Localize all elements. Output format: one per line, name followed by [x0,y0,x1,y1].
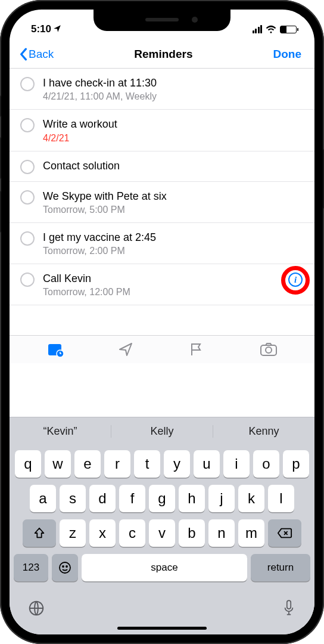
key-y[interactable]: y [164,450,190,478]
key-h[interactable]: h [179,485,205,512]
reminders-list: I have check-in at 11:304/21/21, 11:00 A… [10,69,314,305]
key-d[interactable]: d [89,485,116,512]
cellular-signal-icon [253,25,263,33]
backspace-key[interactable] [268,519,301,547]
location-icon[interactable] [118,342,136,357]
number-key[interactable]: 123 [14,554,48,581]
key-q[interactable]: q [15,450,41,478]
flag-icon[interactable] [189,342,207,357]
key-i[interactable]: i [223,450,250,478]
space-key[interactable]: space [82,554,247,581]
globe-icon[interactable] [27,599,45,621]
reminder-row[interactable]: We Skype with Pete at sixTomorrow, 5:00 … [10,182,314,223]
key-b[interactable]: b [179,519,205,547]
return-key[interactable]: return [251,554,310,581]
done-button[interactable]: Done [273,48,301,61]
status-time: 5:10 [31,23,51,35]
svg-point-4 [266,347,272,353]
key-n[interactable]: n [208,519,235,547]
key-m[interactable]: m [238,519,264,547]
key-j[interactable]: j [208,485,235,512]
suggestion[interactable]: “Kevin” [10,425,111,438]
svg-rect-9 [287,600,291,609]
reminder-row[interactable]: Call KevinTomorrow, 12:00 PMi [10,264,314,305]
quick-toolbar [10,335,314,363]
reminder-subtitle: Tomorrow, 12:00 PM [43,287,304,298]
key-w[interactable]: w [45,450,71,478]
home-indicator[interactable] [117,627,207,630]
reminder-subtitle: 4/2/21 [43,133,304,144]
key-k[interactable]: k [238,485,264,512]
suggestion[interactable]: Kelly [111,425,213,438]
reminder-title: I have check-in at 11:30 [43,76,304,90]
key-l[interactable]: l [268,485,294,512]
wifi-icon [266,25,276,33]
key-u[interactable]: u [194,450,220,478]
battery-icon [280,26,297,33]
completion-circle[interactable] [20,273,35,287]
key-s[interactable]: s [60,485,86,512]
key-v[interactable]: v [149,519,175,547]
reminder-title: Call Kevin [43,271,304,286]
reminder-title: Write a workout [43,117,304,131]
info-button[interactable]: i [288,273,303,287]
completion-circle[interactable] [20,160,35,174]
completion-circle[interactable] [20,77,35,91]
reminder-row[interactable]: I get my vaccine at 2:45Tomorrow, 2:00 P… [10,223,314,264]
key-a[interactable]: a [30,485,56,512]
navigation-bar: Back Reminders Done [10,39,314,69]
emoji-key[interactable] [52,554,78,581]
key-p[interactable]: p [283,450,309,478]
key-f[interactable]: f [119,485,145,512]
suggestions-bar: “Kevin”KellyKenny [10,417,314,445]
back-button[interactable]: Back [19,48,54,61]
completion-circle[interactable] [20,118,35,132]
completion-circle[interactable] [20,190,35,205]
location-arrow-icon [53,24,61,35]
mic-icon[interactable] [281,599,297,621]
reminder-title: I get my vaccine at 2:45 [43,230,304,244]
back-label: Back [29,48,54,61]
reminder-row[interactable]: I have check-in at 11:304/21/21, 11:00 A… [10,69,314,110]
reminder-subtitle: Tomorrow, 2:00 PM [43,246,304,256]
info-icon: i [294,275,297,284]
key-x[interactable]: x [89,519,116,547]
key-o[interactable]: o [253,450,279,478]
key-t[interactable]: t [134,450,160,478]
key-g[interactable]: g [149,485,175,512]
reminder-subtitle: Tomorrow, 5:00 PM [43,205,304,215]
reminder-row[interactable]: Write a workout4/2/21 [10,110,314,151]
completion-circle[interactable] [20,231,35,246]
reminder-title: We Skype with Pete at six [43,189,304,203]
shift-key[interactable] [23,519,56,547]
keyboard: “Kevin”KellyKenny qwertyuiop asdfghjkl z… [10,417,314,634]
chevron-left-icon [19,48,27,61]
svg-point-5 [60,562,70,573]
reminder-row[interactable]: Contact solution [10,151,314,182]
suggestion[interactable]: Kenny [213,425,314,438]
reminder-title: Contact solution [43,159,304,173]
camera-icon[interactable] [260,342,278,357]
key-z[interactable]: z [60,519,86,547]
reminder-subtitle: 4/21/21, 11:00 AM, Weekly [43,91,304,102]
svg-point-6 [63,566,64,567]
key-e[interactable]: e [74,450,101,478]
key-c[interactable]: c [119,519,145,547]
calendar-icon[interactable] [47,342,65,357]
key-r[interactable]: r [104,450,130,478]
svg-point-7 [66,566,67,567]
page-title: Reminders [134,48,192,61]
